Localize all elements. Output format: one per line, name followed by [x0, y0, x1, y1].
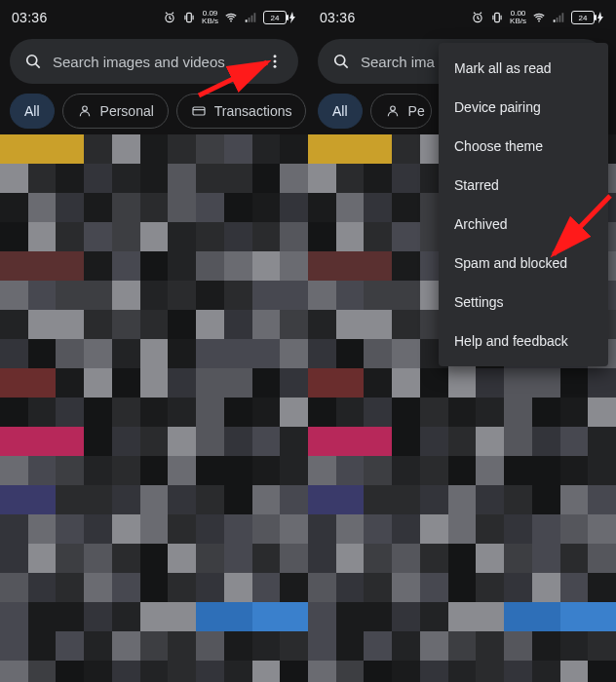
data-speed: 0.00KB/s: [510, 10, 526, 25]
svg-point-5: [274, 60, 277, 63]
blurred-content: [0, 134, 308, 682]
menu-starred[interactable]: Starred: [439, 166, 608, 205]
menu-choose-theme[interactable]: Choose theme: [439, 127, 608, 166]
alarm-icon: [471, 11, 484, 24]
svg-rect-1: [187, 13, 192, 21]
battery-indicator: 24: [263, 11, 296, 24]
menu-settings[interactable]: Settings: [439, 283, 608, 322]
svg-rect-10: [495, 13, 500, 21]
svg-point-12: [335, 56, 345, 65]
alarm-icon: [163, 11, 176, 24]
menu-spam-blocked[interactable]: Spam and blocked: [439, 244, 608, 283]
screenshot-left: 03:36 0.09KB/s 24 Search images and vide…: [0, 0, 308, 682]
signal-icon: [244, 11, 257, 24]
card-icon: [191, 103, 207, 119]
screenshot-right: 03:36 0.00KB/s 24 Search ima All Pe Mark…: [308, 0, 616, 682]
status-bar: 03:36 0.00KB/s 24: [308, 0, 616, 33]
overflow-menu: Mark all as read Device pairing Choose t…: [439, 43, 608, 366]
menu-mark-all-read[interactable]: Mark all as read: [439, 49, 608, 88]
more-vert-icon: [266, 53, 284, 70]
chip-label: Personal: [100, 103, 154, 119]
svg-point-7: [82, 106, 87, 111]
clock: 03:36: [12, 10, 48, 25]
person-icon: [385, 103, 401, 119]
chip-label: Transactions: [214, 103, 292, 119]
signal-icon: [552, 11, 565, 24]
more-options-button[interactable]: [259, 46, 290, 77]
svg-point-13: [390, 106, 395, 111]
filter-chips: All Personal Transactions: [0, 94, 308, 138]
vibrate-icon: [182, 11, 196, 24]
status-tray: 0.09KB/s 24: [163, 10, 296, 25]
battery-indicator: 24: [571, 11, 604, 24]
vibrate-icon: [490, 11, 504, 24]
chip-label: All: [332, 103, 348, 119]
status-bar: 03:36 0.09KB/s 24: [0, 0, 308, 33]
chip-label: All: [24, 103, 40, 119]
search-icon: [331, 52, 351, 71]
chip-all[interactable]: All: [10, 94, 55, 129]
person-icon: [77, 103, 93, 119]
chip-personal[interactable]: Personal: [62, 94, 169, 129]
wifi-icon: [224, 11, 238, 24]
chip-transactions[interactable]: Transactions: [176, 94, 307, 129]
search-placeholder: Search images and videos: [53, 54, 259, 70]
svg-point-3: [27, 56, 37, 65]
chip-all[interactable]: All: [318, 94, 363, 129]
search-bar[interactable]: Search images and videos: [10, 39, 298, 84]
clock: 03:36: [320, 10, 356, 25]
charging-icon: [289, 12, 296, 23]
menu-help-feedback[interactable]: Help and feedback: [439, 322, 608, 360]
search-icon: [23, 52, 43, 71]
conversation-list[interactable]: [0, 134, 308, 682]
chip-personal[interactable]: Pe: [370, 94, 432, 129]
wifi-icon: [532, 11, 546, 24]
svg-rect-8: [193, 107, 205, 115]
svg-point-4: [274, 55, 277, 57]
data-speed: 0.09KB/s: [202, 10, 218, 25]
status-tray: 0.00KB/s 24: [471, 10, 604, 25]
menu-archived[interactable]: Archived: [439, 205, 608, 244]
chip-label: Pe: [408, 103, 425, 119]
charging-icon: [597, 12, 604, 23]
svg-point-6: [274, 65, 277, 68]
svg-point-2: [230, 20, 232, 22]
svg-point-11: [538, 20, 540, 22]
menu-device-pairing[interactable]: Device pairing: [439, 88, 608, 127]
